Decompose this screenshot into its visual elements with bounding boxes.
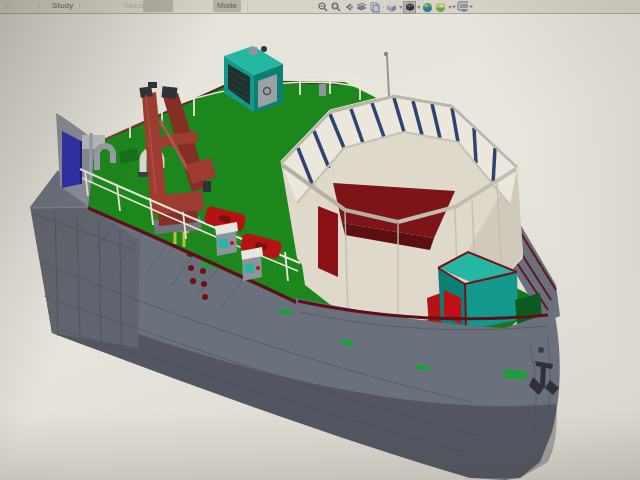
view-orientation-icon[interactable] [386,2,397,13]
toolbar-separator [172,2,173,11]
edit-appearance-icon[interactable] [422,2,433,13]
display-style-icon[interactable] [404,2,415,13]
toolbar-mark-plus: + [37,2,41,9]
bow-draft-mark [504,369,527,380]
pedestal-1[interactable] [215,222,238,256]
dropdown-caret[interactable]: ▾ [417,2,420,13]
boat-model-render[interactable] [0,0,640,480]
bollard[interactable] [319,84,326,96]
view-toolbar: · ▾ ▾ ▾ [317,1,451,13]
dropdown-caret[interactable]: ▾ [399,2,402,13]
tab-study[interactable]: Study [52,1,73,10]
monitor-photo: ˅ + Study Sketch Mode · [0,0,640,480]
dropdown-caret[interactable]: ▸ [470,1,473,12]
toolbar-dot: · [382,2,384,13]
pressed-button[interactable] [143,0,173,12]
toolbar-separator [247,2,248,11]
view-settings-group: ◂ ▸ [452,1,473,12]
transom-edge [31,207,88,208]
previous-view-icon[interactable] [343,2,354,13]
toolbar-separator [79,2,80,11]
stern-blue-panel[interactable] [62,131,81,188]
toolbar-mark-left: ˅ [5,2,9,9]
pages-icon[interactable] [369,2,380,13]
view-settings-icon[interactable] [457,1,468,12]
pedestal-2[interactable] [241,247,263,281]
dropdown-caret[interactable]: ◂ [452,1,455,12]
cad-toolbar: ˅ + Study Sketch Mode · [0,0,640,14]
section-view-icon[interactable] [356,2,367,13]
wheelhouse-doorway[interactable] [318,206,338,277]
zoom-fit-icon[interactable] [317,2,328,13]
mode-button[interactable]: Mode [213,0,241,12]
cad-3d-viewport[interactable] [0,0,640,480]
apply-scene-icon[interactable] [435,2,446,13]
mast [387,56,389,96]
zoom-area-icon[interactable] [330,2,341,13]
dropdown-caret[interactable]: ▾ [448,2,451,13]
